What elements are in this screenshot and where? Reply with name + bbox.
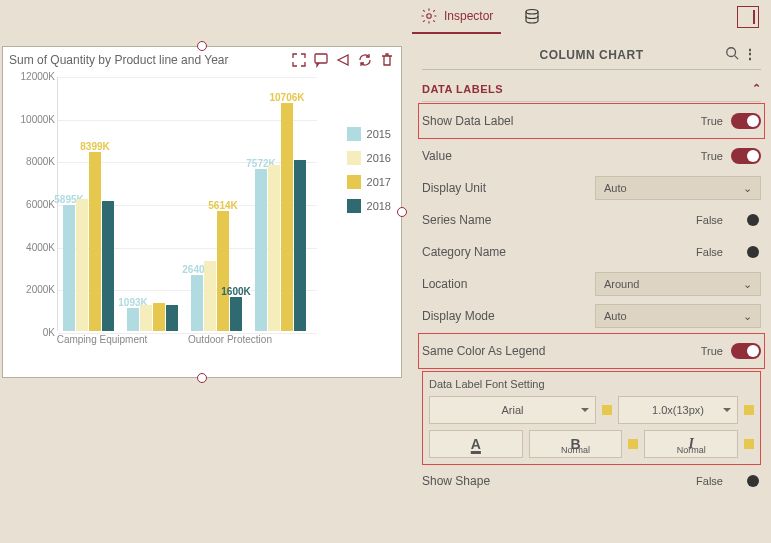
chevron-down-icon: ⌄ — [743, 278, 752, 291]
tab-inspector[interactable]: Inspector — [412, 0, 501, 34]
select-location[interactable]: Around ⌄ — [595, 272, 761, 296]
toggle-category-name[interactable] — [731, 244, 761, 260]
x-tick: Camping Equipment — [47, 334, 157, 345]
y-tick: 6000K — [13, 199, 55, 210]
toggle-show-shape[interactable] — [731, 473, 761, 489]
inspector-panel: COLUMN CHART ⋮ DATA LABELS ⌃ Show Data L… — [404, 34, 771, 543]
bar[interactable] — [204, 261, 216, 331]
bar[interactable] — [153, 303, 165, 331]
legend-item: 2016 — [347, 151, 391, 165]
database-icon — [523, 8, 541, 26]
select-font-family[interactable]: Arial — [429, 396, 596, 424]
data-label: 1600K — [221, 286, 250, 297]
y-tick: 2000K — [13, 284, 55, 295]
toggle-show-data-label[interactable] — [731, 113, 761, 129]
bar[interactable]: 5895K — [63, 205, 75, 331]
row-display-unit: Display Unit Auto ⌄ — [422, 172, 761, 204]
toggle-same-color[interactable] — [731, 343, 761, 359]
row-show-data-label: Show Data Label True — [422, 105, 761, 137]
row-category-name: Category Name False — [422, 236, 761, 268]
font-settings-box: Data Label Font Setting Arial 1.0x(13px)… — [422, 371, 761, 465]
font-settings-title: Data Label Font Setting — [429, 378, 754, 390]
toggle-value[interactable] — [731, 148, 761, 164]
bar[interactable]: 2640K — [191, 275, 203, 331]
font-color-button[interactable]: A — [429, 430, 523, 458]
trash-icon[interactable] — [379, 52, 395, 68]
svg-point-1 — [526, 10, 538, 15]
select-display-mode[interactable]: Auto ⌄ — [595, 304, 761, 328]
chevron-up-icon: ⌃ — [752, 82, 762, 95]
section-data-labels[interactable]: DATA LABELS ⌃ — [422, 76, 761, 102]
svg-point-0 — [427, 14, 432, 19]
chart-legend: 2015201620172018 — [347, 127, 391, 223]
font-family-lock-icon[interactable] — [602, 405, 612, 415]
bar[interactable]: 1600K — [230, 297, 242, 331]
select-font-size[interactable]: 1.0x(13px) — [618, 396, 738, 424]
bar[interactable] — [140, 305, 152, 331]
svg-point-3 — [727, 48, 736, 57]
bar[interactable]: 7572K — [255, 169, 267, 331]
bar[interactable]: 5614K — [217, 211, 229, 331]
bar[interactable]: 8399K — [89, 152, 101, 331]
comment-icon[interactable] — [313, 52, 329, 68]
expand-icon[interactable] — [291, 52, 307, 68]
legend-item: 2015 — [347, 127, 391, 141]
row-display-mode: Display Mode Auto ⌄ — [422, 300, 761, 332]
font-size-lock-icon[interactable] — [744, 405, 754, 415]
chevron-down-icon: ⌄ — [743, 182, 752, 195]
bar[interactable] — [268, 165, 280, 331]
chevron-down-icon: ⌄ — [743, 310, 752, 323]
resize-handle-bottom[interactable] — [197, 373, 207, 383]
resize-handle-top[interactable] — [197, 41, 207, 51]
bar[interactable] — [166, 305, 178, 331]
more-icon[interactable]: ⋮ — [743, 46, 758, 62]
bar[interactable]: 10706K — [281, 103, 293, 331]
font-style-lock-icon[interactable] — [744, 439, 754, 449]
toggle-series-name[interactable] — [731, 212, 761, 228]
data-label: 10706K — [269, 92, 304, 103]
y-tick: 8000K — [13, 156, 55, 167]
share-icon[interactable] — [335, 52, 351, 68]
select-display-unit[interactable]: Auto ⌄ — [595, 176, 761, 200]
data-label: 8399K — [80, 141, 109, 152]
y-tick: 4000K — [13, 242, 55, 253]
data-label: 5614K — [208, 200, 237, 211]
panel-title: COLUMN CHART — [540, 48, 644, 62]
font-style-button[interactable]: I Normal — [644, 430, 738, 458]
bar[interactable] — [294, 160, 306, 331]
y-tick: 10000K — [13, 114, 55, 125]
row-value: Value True — [422, 140, 761, 172]
bar[interactable]: 1093K — [127, 308, 139, 331]
collapse-panel-button[interactable] — [737, 6, 759, 28]
legend-item: 2017 — [347, 175, 391, 189]
bar[interactable] — [76, 199, 88, 331]
chart-plot-area: 5895K8399K1093K2640K5614K1600K7572K10706… — [13, 77, 317, 345]
search-icon[interactable] — [725, 46, 739, 60]
legend-item: 2018 — [347, 199, 391, 213]
chart-title: Sum of Quantity by Product line and Year — [9, 53, 285, 67]
font-weight-button[interactable]: B Normal — [529, 430, 623, 458]
row-series-name: Series Name False — [422, 204, 761, 236]
font-weight-lock-icon[interactable] — [628, 439, 638, 449]
tab-inspector-label: Inspector — [444, 9, 493, 23]
row-same-color: Same Color As Legend True — [422, 335, 761, 367]
svg-rect-2 — [315, 54, 327, 63]
chart-card[interactable]: Sum of Quantity by Product line and Year… — [2, 46, 402, 378]
x-tick: Outdoor Protection — [175, 334, 285, 345]
refresh-icon[interactable] — [357, 52, 373, 68]
resize-handle-right[interactable] — [397, 207, 407, 217]
bar[interactable] — [102, 201, 114, 331]
y-tick: 12000K — [13, 71, 55, 82]
tab-data[interactable] — [515, 0, 549, 34]
row-location: Location Around ⌄ — [422, 268, 761, 300]
gear-icon — [420, 7, 438, 25]
row-show-shape: Show Shape False — [422, 465, 761, 497]
